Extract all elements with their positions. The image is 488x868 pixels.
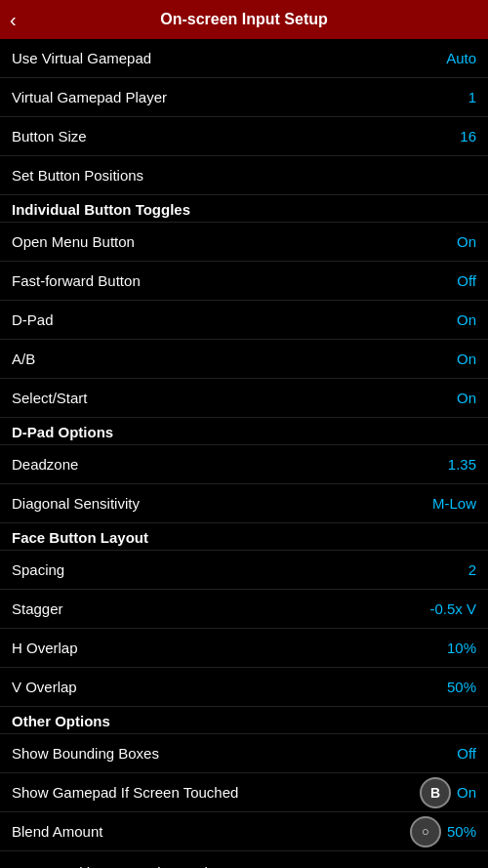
d-pad-row[interactable]: D-Pad On (0, 301, 488, 340)
set-button-positions-label: Set Button Positions (12, 167, 143, 184)
d-pad-value: On (457, 311, 476, 328)
diagonal-sensitivity-row[interactable]: Diagonal Sensitivity M-Low (0, 484, 488, 523)
spacing-value: 2 (468, 561, 476, 578)
other-options-header: Other Options (0, 707, 488, 734)
show-bounding-boxes-label: Show Bounding Boxes (12, 745, 159, 762)
v-overlap-value: 50% (447, 679, 476, 695)
stagger-row[interactable]: Stagger -0.5x V (0, 590, 488, 629)
header: ‹ On-screen Input Setup (0, 0, 488, 39)
deadzone-row[interactable]: Deadzone 1.35 (0, 445, 488, 484)
blend-amount-label: Blend Amount (12, 823, 102, 840)
blend-amount-value: 50% (447, 823, 476, 840)
individual-button-toggles-items: Open Menu Button On Fast-forward Button … (0, 223, 488, 418)
b-button-overlay: B (420, 777, 451, 808)
ab-row[interactable]: A/B On (0, 340, 488, 379)
d-pad-options-header: D-Pad Options (0, 418, 488, 445)
d-pad-options-items: Deadzone 1.35 Diagonal Sensitivity M-Low (0, 445, 488, 523)
open-menu-button-row[interactable]: Open Menu Button On (0, 223, 488, 262)
d-pad-label: D-Pad (12, 311, 54, 328)
stagger-label: Stagger (12, 600, 63, 617)
use-virtual-gamepad-row[interactable]: Use Virtual Gamepad Auto (0, 39, 488, 78)
back-button[interactable]: ‹ (10, 9, 17, 31)
diagonal-sensitivity-value: M-Low (432, 495, 476, 512)
select-start-row[interactable]: Select/Start On (0, 379, 488, 418)
select-start-label: Select/Start (12, 390, 88, 406)
button-size-value: 16 (460, 128, 476, 145)
circle-overlay: ○ (410, 816, 441, 847)
open-menu-button-label: Open Menu Button (12, 233, 135, 250)
spacing-label: Spacing (12, 561, 64, 578)
button-size-row[interactable]: Button Size 16 (0, 117, 488, 156)
fast-forward-button-value: Off (457, 272, 476, 289)
ab-label: A/B (12, 351, 35, 367)
v-overlap-label: V Overlap (12, 679, 77, 695)
diagonal-sensitivity-label: Diagonal Sensitivity (12, 495, 140, 512)
blend-amount-row[interactable]: Blend Amount ○ 50% (0, 812, 488, 851)
show-gamepad-if-screen-touched-row[interactable]: Show Gamepad If Screen Touched B On (0, 773, 488, 812)
select-start-value: On (457, 390, 476, 406)
face-button-layout-header: Face Button Layout (0, 523, 488, 551)
show-gamepad-if-screen-touched-label: Show Gamepad If Screen Touched (12, 784, 238, 801)
face-button-layout-items: Spacing 2 Stagger -0.5x V H Overlap 10% … (0, 551, 488, 707)
use-virtual-gamepad-value: Auto (446, 50, 476, 66)
other-options-items: Show Bounding Boxes Off Show Gamepad If … (0, 734, 488, 868)
top-settings: Use Virtual Gamepad Auto Virtual Gamepad… (0, 39, 488, 195)
v-overlap-row[interactable]: V Overlap 50% (0, 668, 488, 707)
button-size-label: Button Size (12, 128, 87, 145)
face-button-layout-label: Face Button Layout (12, 529, 148, 546)
reset-position-spacing-row[interactable]: Reset Position & Spacing Options Select … (0, 851, 488, 868)
reset-position-spacing-label: Reset Position & Spacing Options (12, 864, 231, 868)
spacing-row[interactable]: Spacing 2 (0, 551, 488, 590)
show-bounding-boxes-row[interactable]: Show Bounding Boxes Off (0, 734, 488, 773)
set-button-positions-row[interactable]: Set Button Positions (0, 156, 488, 195)
fast-forward-button-label: Fast-forward Button (12, 272, 141, 289)
deadzone-value: 1.35 (448, 456, 476, 473)
other-options-label: Other Options (12, 713, 110, 729)
fast-forward-button-row[interactable]: Fast-forward Button Off (0, 262, 488, 301)
virtual-gamepad-player-value: 1 (468, 89, 476, 105)
virtual-gamepad-player-row[interactable]: Virtual Gamepad Player 1 (0, 78, 488, 117)
use-virtual-gamepad-label: Use Virtual Gamepad (12, 50, 151, 66)
virtual-gamepad-player-label: Virtual Gamepad Player (12, 89, 167, 105)
individual-button-toggles-header: Individual Button Toggles (0, 195, 488, 223)
deadzone-label: Deadzone (12, 456, 78, 473)
h-overlap-label: H Overlap (12, 640, 78, 656)
stagger-value: -0.5x V (429, 600, 476, 617)
h-overlap-row[interactable]: H Overlap 10% (0, 629, 488, 668)
individual-button-toggles-label: Individual Button Toggles (12, 201, 190, 218)
show-bounding-boxes-value: Off (457, 745, 476, 762)
show-gamepad-if-screen-touched-value: On (457, 784, 476, 801)
d-pad-options-label: D-Pad Options (12, 424, 113, 440)
open-menu-button-value: On (457, 233, 476, 250)
page-title: On-screen Input Setup (10, 11, 478, 28)
h-overlap-value: 10% (447, 640, 476, 656)
ab-value: On (457, 351, 476, 367)
